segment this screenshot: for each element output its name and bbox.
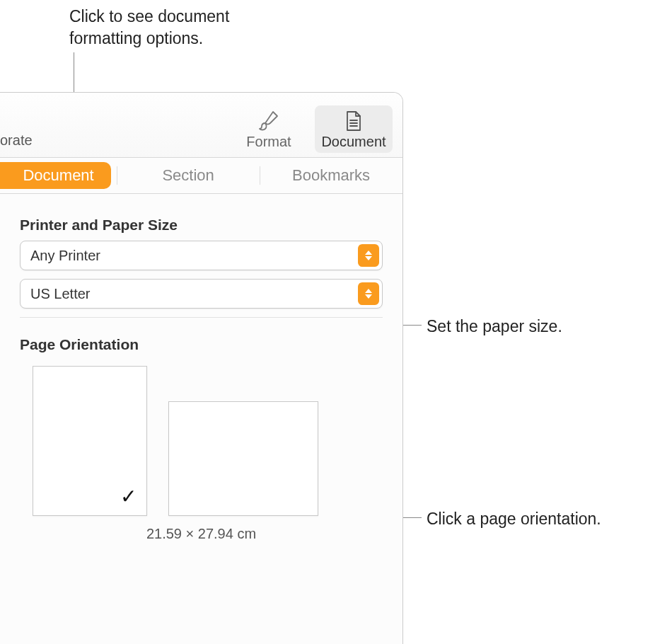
paper-size-popup-value: US Letter — [30, 286, 90, 302]
checkmark-icon: ✓ — [120, 485, 137, 508]
page-orientation-heading: Page Orientation — [20, 336, 383, 353]
tab-document-label: Document — [23, 166, 93, 185]
document-icon — [343, 110, 364, 132]
printer-popup-value: Any Printer — [30, 248, 100, 264]
tab-bookmarks-label: Bookmarks — [292, 166, 370, 185]
tab-document[interactable]: Document — [0, 158, 117, 193]
paper-size-popup[interactable]: US Letter — [20, 279, 383, 309]
inspector-panel: orate Format — [0, 92, 403, 644]
orientation-portrait-button[interactable]: ✓ — [33, 366, 147, 516]
format-toolbar-label: Format — [246, 134, 291, 150]
callout-orientation: Click a page orientation. — [427, 508, 601, 530]
document-toolbar-label: Document — [321, 134, 386, 150]
orientation-options: ✓ — [20, 366, 383, 516]
callout-paper-size: Set the paper size. — [427, 316, 562, 338]
inspector-body: Printer and Paper Size Any Printer US Le… — [0, 194, 402, 542]
divider — [20, 317, 383, 318]
toolbar-fragment-text: orate — [0, 132, 33, 149]
paintbrush-icon — [257, 110, 280, 132]
tab-section[interactable]: Section — [117, 158, 260, 193]
page-dimensions-label: 21.59 × 27.94 cm — [20, 526, 383, 542]
printer-paper-size-heading: Printer and Paper Size — [20, 217, 383, 234]
orientation-landscape-button[interactable] — [168, 401, 318, 516]
printer-popup[interactable]: Any Printer — [20, 241, 383, 270]
document-toolbar-button[interactable]: Document — [315, 105, 393, 153]
inspector-tabs: Document Section Bookmarks — [0, 158, 402, 194]
updown-stepper-icon — [358, 282, 379, 305]
toolbar: orate Format — [0, 93, 402, 158]
tab-section-label: Section — [162, 166, 214, 185]
format-toolbar-button[interactable]: Format — [230, 105, 308, 153]
callout-document-tab: Click to see document formatting options… — [69, 6, 324, 50]
updown-stepper-icon — [358, 244, 379, 267]
tab-bookmarks[interactable]: Bookmarks — [260, 158, 402, 193]
